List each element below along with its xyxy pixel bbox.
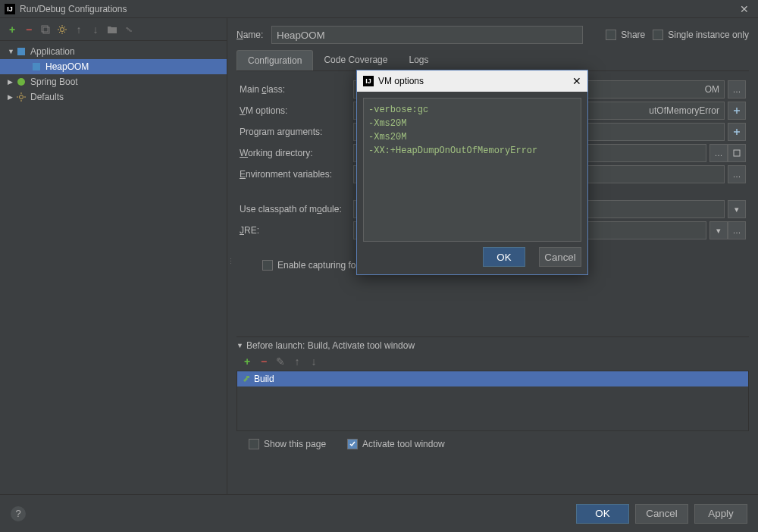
tree-node-springboot[interactable]: ▶ Spring Boot: [0, 74, 227, 89]
application-icon: [30, 61, 42, 72]
tree-node-defaults[interactable]: ▶ Defaults: [0, 89, 227, 105]
svg-point-2: [61, 27, 64, 31]
working-dir-label: Working directory:: [240, 148, 353, 158]
program-args-label: Program arguments:: [240, 127, 353, 137]
name-row: Name: Share Single instance only: [236, 24, 749, 45]
share-checkbox[interactable]: Share: [606, 30, 645, 40]
tree-node-application[interactable]: ▼ Application: [0, 44, 227, 59]
chevron-right-icon: ▶: [8, 78, 15, 86]
jre-label: JRE:: [240, 225, 353, 236]
browse-button[interactable]: …: [728, 80, 746, 99]
svg-rect-7: [734, 150, 740, 156]
edit-icon[interactable]: ✎: [274, 355, 287, 368]
up-icon[interactable]: ↑: [73, 23, 85, 36]
svg-point-6: [20, 95, 23, 99]
cancel-button[interactable]: Cancel: [539, 247, 581, 267]
vm-options-textarea[interactable]: [363, 98, 581, 242]
resize-grip[interactable]: ⋮: [227, 258, 234, 265]
sidebar: + − ↑ ↓ ▼ Application: [0, 18, 227, 494]
folder-icon[interactable]: [106, 23, 118, 36]
cancel-button[interactable]: Cancel: [635, 504, 688, 524]
chevron-down-icon: ▼: [8, 48, 15, 55]
expand-button[interactable]: [728, 123, 746, 141]
svg-rect-0: [42, 26, 48, 32]
tree-label: HeapOOM: [45, 61, 89, 72]
titlebar: IJ Run/Debug Configurations ✕: [0, 0, 758, 18]
expand-button[interactable]: [728, 102, 746, 120]
tab-logs[interactable]: Logs: [398, 50, 439, 70]
name-label: Name:: [236, 30, 271, 40]
vm-options-label: VM options:: [240, 105, 353, 116]
activate-window-checkbox[interactable]: Activate tool window: [347, 439, 445, 449]
before-launch-header[interactable]: ▼ Before launch: Build, Activate tool wi…: [236, 336, 749, 351]
apply-button[interactable]: Apply: [694, 504, 747, 524]
activate-window-label: Activate tool window: [362, 439, 445, 449]
tree-label: Defaults: [30, 92, 64, 102]
help-button[interactable]: ?: [11, 506, 26, 521]
window-title: Run/Debug Configurations: [20, 4, 735, 14]
svg-rect-1: [43, 27, 49, 33]
macro-button[interactable]: [728, 144, 746, 162]
up-icon[interactable]: ↑: [291, 355, 303, 368]
single-instance-checkbox[interactable]: Single instance only: [653, 30, 749, 40]
tree-node-heapoom[interactable]: HeapOOM: [0, 59, 227, 74]
browse-button[interactable]: …: [709, 144, 728, 162]
svg-point-5: [17, 78, 25, 86]
dropdown-button[interactable]: ▾: [728, 200, 746, 218]
env-vars-label: Environment variables:: [240, 169, 353, 180]
remove-icon[interactable]: −: [23, 23, 35, 36]
chevron-right-icon: ▶: [8, 93, 15, 101]
chevron-down-icon: ▼: [236, 342, 243, 349]
bottom-bar: ? OK Cancel Apply: [0, 494, 758, 532]
application-icon: [15, 46, 27, 57]
close-icon[interactable]: ✕: [572, 75, 581, 87]
browse-button[interactable]: …: [728, 165, 746, 183]
enable-capture-checkbox[interactable]: Enable capturing form: [262, 260, 366, 271]
before-launch-label: Before launch: Build, Activate tool wind…: [246, 340, 415, 351]
down-icon[interactable]: ↓: [308, 355, 320, 368]
show-page-label: Show this page: [264, 439, 326, 449]
build-label: Build: [254, 374, 274, 384]
browse-button[interactable]: …: [728, 221, 746, 239]
name-input[interactable]: [271, 26, 583, 44]
dropdown-button[interactable]: ▾: [709, 221, 728, 239]
collapse-icon[interactable]: [123, 23, 135, 36]
ok-button[interactable]: OK: [576, 504, 629, 524]
tree-label: Application: [30, 46, 75, 57]
copy-icon[interactable]: [39, 23, 52, 36]
svg-rect-4: [33, 63, 40, 70]
enable-capture-label: Enable capturing form: [277, 260, 366, 271]
tab-code-coverage[interactable]: Code Coverage: [313, 50, 398, 70]
svg-rect-8: [246, 376, 249, 378]
before-launch-list: Build: [236, 371, 749, 431]
wrench-icon[interactable]: [56, 23, 68, 36]
before-launch-footer: Show this page Activate tool window: [236, 431, 749, 457]
add-icon[interactable]: +: [6, 23, 18, 36]
before-launch-toolbar: + − ✎ ↑ ↓: [236, 351, 749, 371]
intellij-icon: IJ: [5, 4, 15, 14]
tree-label: Spring Boot: [30, 77, 78, 87]
vm-options-dialog: IJ VM options ✕ OK Cancel: [356, 70, 588, 275]
share-label: Share: [621, 30, 645, 40]
single-instance-label: Single instance only: [668, 30, 749, 40]
wrench-icon: [15, 92, 27, 102]
dialog-title: VM options: [378, 76, 572, 86]
dialog-buttons: OK Cancel: [363, 244, 581, 268]
tab-configuration[interactable]: Configuration: [236, 50, 313, 70]
sidebar-toolbar: + − ↑ ↓: [0, 18, 227, 41]
ok-button[interactable]: OK: [483, 247, 525, 267]
show-page-checkbox[interactable]: Show this page: [249, 439, 326, 449]
svg-rect-3: [17, 48, 25, 55]
hammer-icon: [242, 374, 251, 383]
add-icon[interactable]: +: [241, 355, 253, 368]
main-class-label: Main class:: [240, 84, 353, 95]
down-icon[interactable]: ↓: [89, 23, 102, 36]
spring-icon: [15, 77, 27, 87]
tabs: Configuration Code Coverage Logs: [236, 50, 749, 71]
dialog-titlebar: IJ VM options ✕: [357, 70, 587, 92]
list-item[interactable]: Build: [237, 371, 748, 386]
remove-icon[interactable]: −: [258, 355, 270, 368]
close-icon[interactable]: ✕: [735, 3, 753, 15]
config-tree: ▼ Application HeapOOM ▶ Spring Boot: [0, 41, 227, 108]
dialog-body: OK Cancel: [357, 92, 587, 274]
